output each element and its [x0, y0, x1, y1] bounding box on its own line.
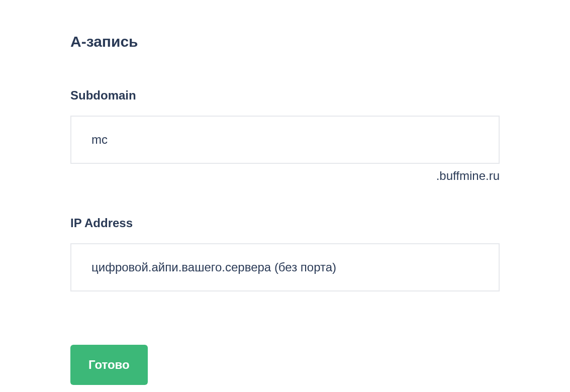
ip-field-group: IP Address: [70, 216, 500, 291]
subdomain-suffix-row: .buffmine.ru: [70, 169, 500, 183]
domain-suffix: .buffmine.ru: [436, 169, 500, 183]
form-title: А-запись: [70, 33, 500, 50]
ip-label: IP Address: [70, 216, 500, 230]
submit-button[interactable]: Готово: [70, 345, 148, 385]
subdomain-input[interactable]: [70, 116, 500, 164]
ip-input[interactable]: [70, 243, 500, 291]
subdomain-label: Subdomain: [70, 88, 500, 103]
subdomain-field-group: Subdomain .buffmine.ru: [70, 88, 500, 183]
